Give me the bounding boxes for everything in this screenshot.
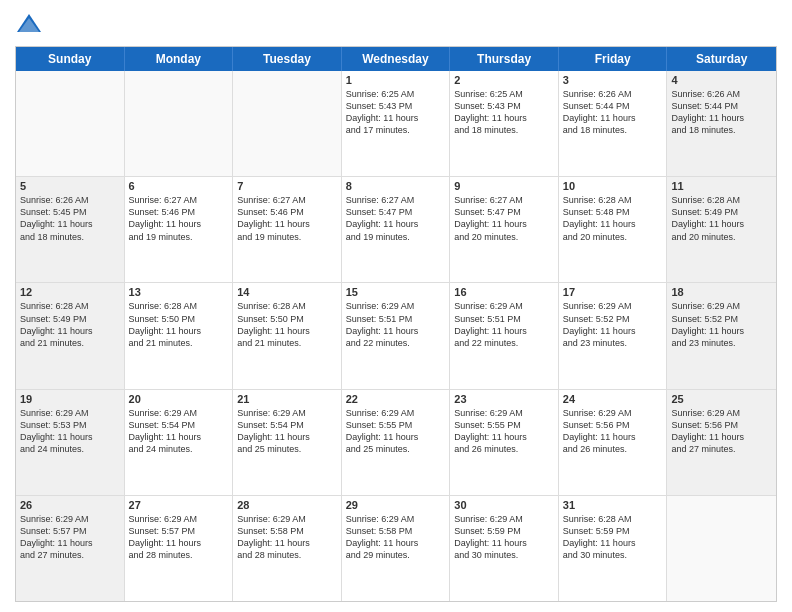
day-number: 24: [563, 393, 663, 405]
cell-info-line: and 19 minutes.: [129, 231, 229, 243]
cell-info-line: and 29 minutes.: [346, 549, 446, 561]
cell-info-line: and 25 minutes.: [346, 443, 446, 455]
cell-info-line: Sunrise: 6:29 AM: [671, 300, 772, 312]
cell-info-line: Sunrise: 6:26 AM: [20, 194, 120, 206]
cell-info-line: Sunrise: 6:28 AM: [563, 194, 663, 206]
cell-info-line: and 30 minutes.: [563, 549, 663, 561]
cell-info-line: and 22 minutes.: [346, 337, 446, 349]
calendar-cell-1-0: 5Sunrise: 6:26 AMSunset: 5:45 PMDaylight…: [16, 177, 125, 282]
cell-info-line: Daylight: 11 hours: [20, 537, 120, 549]
calendar-row-0: 1Sunrise: 6:25 AMSunset: 5:43 PMDaylight…: [16, 71, 776, 177]
calendar-cell-2-2: 14Sunrise: 6:28 AMSunset: 5:50 PMDayligh…: [233, 283, 342, 388]
cell-info-line: Sunset: 5:56 PM: [671, 419, 772, 431]
calendar-cell-1-4: 9Sunrise: 6:27 AMSunset: 5:47 PMDaylight…: [450, 177, 559, 282]
cell-info-line: Sunrise: 6:29 AM: [237, 513, 337, 525]
cell-info-line: Sunset: 5:51 PM: [454, 313, 554, 325]
cell-info-line: and 26 minutes.: [454, 443, 554, 455]
cell-info-line: and 20 minutes.: [671, 231, 772, 243]
cell-info-line: Sunrise: 6:25 AM: [346, 88, 446, 100]
cell-info-line: Sunset: 5:54 PM: [129, 419, 229, 431]
cell-info-line: Daylight: 11 hours: [563, 537, 663, 549]
day-number: 27: [129, 499, 229, 511]
day-number: 12: [20, 286, 120, 298]
cell-info-line: Sunrise: 6:26 AM: [671, 88, 772, 100]
cell-info-line: Sunrise: 6:29 AM: [346, 300, 446, 312]
cell-info-line: Sunset: 5:49 PM: [671, 206, 772, 218]
calendar-cell-1-6: 11Sunrise: 6:28 AMSunset: 5:49 PMDayligh…: [667, 177, 776, 282]
cell-info-line: Sunset: 5:58 PM: [346, 525, 446, 537]
cell-info-line: Daylight: 11 hours: [454, 537, 554, 549]
cell-info-line: Sunrise: 6:27 AM: [346, 194, 446, 206]
day-number: 7: [237, 180, 337, 192]
cell-info-line: Daylight: 11 hours: [671, 431, 772, 443]
day-number: 8: [346, 180, 446, 192]
page: SundayMondayTuesdayWednesdayThursdayFrid…: [0, 0, 792, 612]
cell-info-line: Sunrise: 6:29 AM: [454, 407, 554, 419]
cell-info-line: Daylight: 11 hours: [346, 537, 446, 549]
day-number: 26: [20, 499, 120, 511]
cell-info-line: Sunset: 5:47 PM: [346, 206, 446, 218]
cell-info-line: Daylight: 11 hours: [129, 218, 229, 230]
cell-info-line: and 18 minutes.: [671, 124, 772, 136]
cell-info-line: and 24 minutes.: [129, 443, 229, 455]
cell-info-line: Sunrise: 6:26 AM: [563, 88, 663, 100]
cell-info-line: Sunrise: 6:29 AM: [563, 407, 663, 419]
cell-info-line: Sunset: 5:46 PM: [237, 206, 337, 218]
day-number: 28: [237, 499, 337, 511]
cell-info-line: Sunset: 5:43 PM: [454, 100, 554, 112]
cell-info-line: Sunset: 5:44 PM: [671, 100, 772, 112]
calendar-cell-4-6: [667, 496, 776, 601]
cell-info-line: Daylight: 11 hours: [237, 325, 337, 337]
cell-info-line: Sunrise: 6:28 AM: [671, 194, 772, 206]
day-number: 23: [454, 393, 554, 405]
cell-info-line: and 23 minutes.: [563, 337, 663, 349]
cell-info-line: Daylight: 11 hours: [129, 431, 229, 443]
cell-info-line: and 19 minutes.: [237, 231, 337, 243]
calendar-cell-4-0: 26Sunrise: 6:29 AMSunset: 5:57 PMDayligh…: [16, 496, 125, 601]
calendar-cell-3-5: 24Sunrise: 6:29 AMSunset: 5:56 PMDayligh…: [559, 390, 668, 495]
day-number: 5: [20, 180, 120, 192]
calendar-cell-1-5: 10Sunrise: 6:28 AMSunset: 5:48 PMDayligh…: [559, 177, 668, 282]
cell-info-line: Daylight: 11 hours: [563, 112, 663, 124]
cell-info-line: Sunrise: 6:29 AM: [454, 513, 554, 525]
cell-info-line: Sunrise: 6:29 AM: [20, 407, 120, 419]
cell-info-line: Sunset: 5:43 PM: [346, 100, 446, 112]
cell-info-line: Daylight: 11 hours: [454, 218, 554, 230]
cell-info-line: and 27 minutes.: [671, 443, 772, 455]
day-number: 10: [563, 180, 663, 192]
cell-info-line: Daylight: 11 hours: [563, 218, 663, 230]
day-number: 13: [129, 286, 229, 298]
cell-info-line: Daylight: 11 hours: [563, 431, 663, 443]
logo-icon: [15, 10, 43, 38]
cell-info-line: and 21 minutes.: [237, 337, 337, 349]
header-day-thursday: Thursday: [450, 47, 559, 71]
cell-info-line: Daylight: 11 hours: [237, 537, 337, 549]
cell-info-line: Sunrise: 6:29 AM: [346, 407, 446, 419]
cell-info-line: and 23 minutes.: [671, 337, 772, 349]
cell-info-line: Sunrise: 6:29 AM: [563, 300, 663, 312]
cell-info-line: Daylight: 11 hours: [671, 325, 772, 337]
day-number: 3: [563, 74, 663, 86]
cell-info-line: Sunset: 5:46 PM: [129, 206, 229, 218]
calendar-cell-0-3: 1Sunrise: 6:25 AMSunset: 5:43 PMDaylight…: [342, 71, 451, 176]
day-number: 1: [346, 74, 446, 86]
cell-info-line: Sunset: 5:55 PM: [454, 419, 554, 431]
cell-info-line: Daylight: 11 hours: [454, 431, 554, 443]
cell-info-line: Sunrise: 6:27 AM: [129, 194, 229, 206]
calendar-cell-2-4: 16Sunrise: 6:29 AMSunset: 5:51 PMDayligh…: [450, 283, 559, 388]
day-number: 6: [129, 180, 229, 192]
cell-info-line: Sunrise: 6:29 AM: [346, 513, 446, 525]
calendar-cell-0-4: 2Sunrise: 6:25 AMSunset: 5:43 PMDaylight…: [450, 71, 559, 176]
day-number: 25: [671, 393, 772, 405]
calendar-cell-2-5: 17Sunrise: 6:29 AMSunset: 5:52 PMDayligh…: [559, 283, 668, 388]
cell-info-line: and 21 minutes.: [129, 337, 229, 349]
calendar-cell-2-3: 15Sunrise: 6:29 AMSunset: 5:51 PMDayligh…: [342, 283, 451, 388]
cell-info-line: Daylight: 11 hours: [563, 325, 663, 337]
cell-info-line: and 27 minutes.: [20, 549, 120, 561]
cell-info-line: Sunrise: 6:27 AM: [237, 194, 337, 206]
calendar-cell-1-2: 7Sunrise: 6:27 AMSunset: 5:46 PMDaylight…: [233, 177, 342, 282]
cell-info-line: Sunset: 5:52 PM: [671, 313, 772, 325]
cell-info-line: Sunset: 5:57 PM: [20, 525, 120, 537]
cell-info-line: Sunrise: 6:28 AM: [563, 513, 663, 525]
cell-info-line: Sunset: 5:57 PM: [129, 525, 229, 537]
